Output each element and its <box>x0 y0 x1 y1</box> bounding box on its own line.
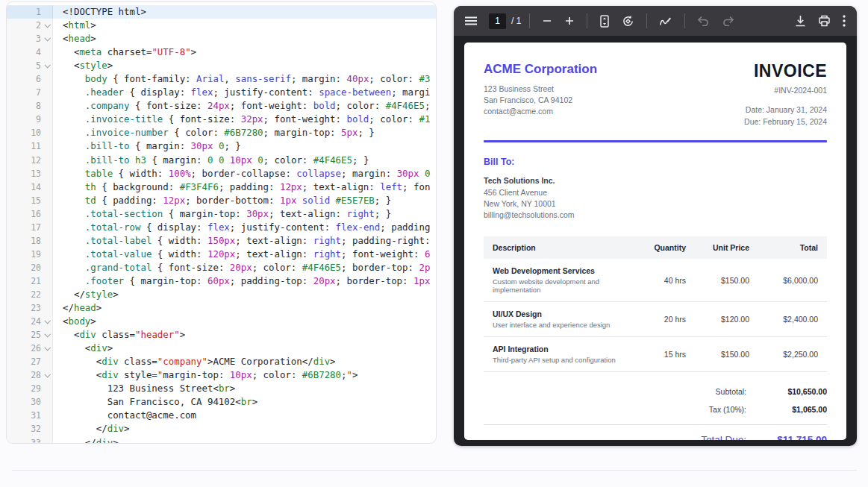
line-number[interactable]: 28 <box>22 368 41 382</box>
code-text[interactable]: .total-section { margin-top: 30px; text-… <box>53 207 436 221</box>
line-number[interactable]: 18 <box>22 234 41 248</box>
code-token: </ <box>63 289 85 300</box>
code-token: 32px <box>241 113 263 125</box>
code-text[interactable]: .bill-to h3 { margin: 0 0 10px 0; color:… <box>53 154 436 167</box>
client-address-line1: 456 Client Avenue <box>484 187 827 198</box>
code-text[interactable]: .bill-to { margin: 30px 0; } <box>53 139 436 153</box>
menu-icon[interactable] <box>465 16 477 25</box>
code-text[interactable]: <meta charset="UTF-8"> <box>53 45 436 59</box>
code-text[interactable]: .total-label { width: 150px; text-align:… <box>53 234 436 248</box>
page-number-input[interactable]: 1 <box>489 13 506 29</box>
code-text[interactable]: .grand-total { font-size: 20px; color: #… <box>53 261 436 274</box>
line-number[interactable]: 9 <box>22 113 41 126</box>
line-number[interactable]: 20 <box>22 261 41 274</box>
line-number[interactable]: 1 <box>22 5 41 19</box>
line-number[interactable]: 32 <box>22 422 41 436</box>
line-number[interactable]: 17 <box>22 221 41 234</box>
fold-toggle[interactable] <box>41 315 52 328</box>
minus-icon <box>542 16 552 26</box>
code-text[interactable]: <!DOCTYPE html> <box>53 5 436 19</box>
code-text[interactable]: .total-row { display: flex; justify-cont… <box>53 221 436 234</box>
line-number[interactable]: 19 <box>22 248 41 261</box>
line-number[interactable]: 30 <box>22 395 41 409</box>
code-text[interactable]: table { width: 100%; border-collapse: co… <box>53 167 436 180</box>
pdf-page-area[interactable]: ACME Corporation 123 Business Street San… <box>454 36 857 446</box>
fold-toggle[interactable] <box>41 19 52 32</box>
code-text[interactable]: </div> <box>53 436 436 444</box>
redo-button[interactable] <box>722 16 734 26</box>
code-text[interactable]: <head> <box>53 32 436 45</box>
chevron-down-icon <box>44 318 50 324</box>
fold-toggle[interactable] <box>41 59 52 72</box>
line-number[interactable]: 2 <box>22 19 41 32</box>
code-text[interactable]: .header { display: flex; justify-content… <box>53 86 436 99</box>
line-number[interactable]: 12 <box>22 154 41 167</box>
code-text[interactable]: .company { font-size: 24px; font-weight:… <box>53 99 436 113</box>
line-number[interactable]: 24 <box>22 315 41 328</box>
code-text[interactable]: td { padding: 12px; border-bottom: 1px s… <box>53 194 436 207</box>
line-number[interactable]: 11 <box>22 139 41 153</box>
line-number[interactable]: 33 <box>22 436 41 444</box>
fold-toggle[interactable] <box>41 342 52 355</box>
line-number[interactable]: 6 <box>22 72 41 86</box>
code-text[interactable]: <div> <box>53 342 436 355</box>
zoom-out-button[interactable] <box>542 16 552 26</box>
code-text[interactable]: 123 Business Street<br> <box>53 382 436 395</box>
code-text[interactable]: .total-value { width: 120px; text-align:… <box>53 248 436 261</box>
fit-page-button[interactable] <box>599 15 610 28</box>
line-number[interactable]: 26 <box>22 342 41 355</box>
fold-toggle[interactable] <box>41 368 52 382</box>
line-number[interactable]: 8 <box>22 99 41 113</box>
code-text[interactable]: </div> <box>53 422 436 436</box>
annotate-button[interactable] <box>659 16 672 27</box>
line-number[interactable]: 31 <box>22 409 41 422</box>
code-text[interactable]: contact@acme.com <box>53 409 436 422</box>
code-token: class= <box>119 356 157 367</box>
line-number[interactable]: 15 <box>22 194 41 207</box>
code-text[interactable]: <style> <box>53 59 436 72</box>
fold-spacer <box>41 180 52 194</box>
rotate-button[interactable] <box>622 15 634 28</box>
line-number[interactable]: 29 <box>22 382 41 395</box>
code-token: 12px <box>163 195 185 206</box>
line-number[interactable]: 4 <box>22 45 41 59</box>
print-button[interactable] <box>818 15 831 27</box>
line-number[interactable]: 13 <box>22 167 41 180</box>
code-text[interactable]: <html> <box>53 19 436 32</box>
line-number[interactable]: 27 <box>22 355 41 368</box>
code-text[interactable]: <div style="margin-top: 10px; color: #6B… <box>53 368 436 382</box>
code-text[interactable]: </head> <box>53 301 436 315</box>
line-number[interactable]: 7 <box>22 86 41 99</box>
fold-toggle[interactable] <box>41 32 52 45</box>
code-text[interactable]: .invoice-title { font-size: 32px; font-w… <box>53 113 436 126</box>
line-number[interactable]: 14 <box>22 180 41 194</box>
line-gutter: 21 <box>7 274 53 288</box>
code-lines[interactable]: 1<!DOCTYPE html>2<html>3<head>4 <meta ch… <box>7 2 436 444</box>
code-text[interactable]: .invoice-number { color: #6B7280; margin… <box>53 126 436 139</box>
more-options-button[interactable] <box>843 15 846 27</box>
download-button[interactable] <box>795 15 806 27</box>
code-text[interactable]: </style> <box>53 288 436 301</box>
code-text[interactable]: <div class="header"> <box>53 328 436 342</box>
code-line: 27 <div class="company">ACME Corporation… <box>7 355 436 368</box>
line-number[interactable]: 10 <box>22 126 41 139</box>
code-text[interactable]: San Francisco, CA 94102<br> <box>53 395 436 409</box>
line-number[interactable]: 22 <box>22 288 41 301</box>
grand-total-row: Total Due: $11,715.00 <box>484 427 827 440</box>
line-number[interactable]: 23 <box>22 301 41 315</box>
code-text[interactable]: <div class="company">ACME Corporation</d… <box>53 355 436 368</box>
code-text[interactable]: <body> <box>53 315 436 328</box>
line-number[interactable]: 3 <box>22 32 41 45</box>
code-text[interactable]: .footer { margin-top: 60px; padding-top:… <box>53 274 436 288</box>
line-number[interactable]: 5 <box>22 59 41 72</box>
zoom-in-button[interactable] <box>564 16 575 26</box>
undo-button[interactable] <box>697 16 710 26</box>
line-gutter: 12 <box>7 154 53 167</box>
download-icon <box>795 15 806 27</box>
code-text[interactable]: th { background: #F3F4F6; padding: 12px;… <box>53 180 436 194</box>
code-text[interactable]: body { font-family: Arial, sans-serif; m… <box>53 72 436 86</box>
fold-toggle[interactable] <box>41 328 52 342</box>
line-number[interactable]: 16 <box>22 207 41 221</box>
line-number[interactable]: 25 <box>22 328 41 342</box>
line-number[interactable]: 21 <box>22 274 41 288</box>
